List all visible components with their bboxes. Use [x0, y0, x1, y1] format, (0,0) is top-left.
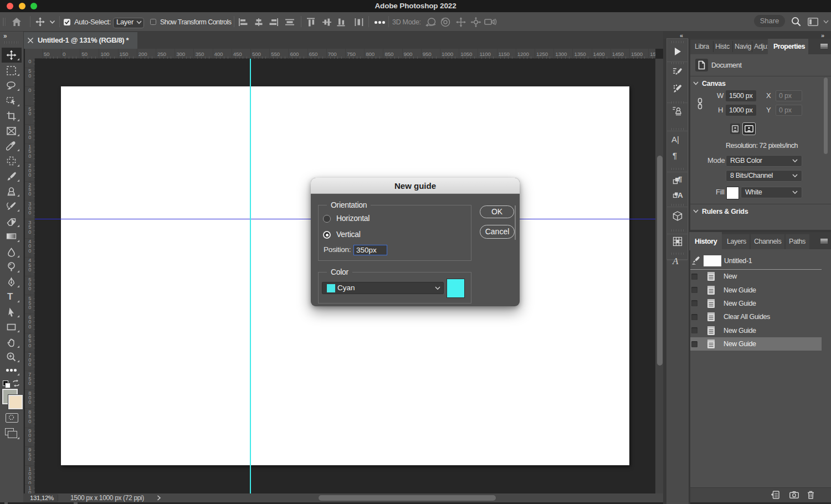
svg-text:A: A: [678, 191, 683, 199]
svg-text:¶: ¶: [678, 175, 682, 183]
